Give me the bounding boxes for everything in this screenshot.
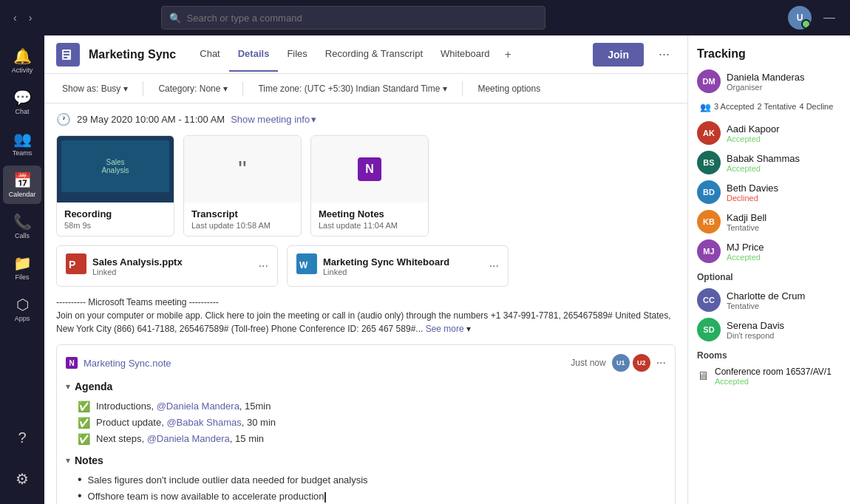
tab-recording[interactable]: Recording & Transcript — [316, 38, 432, 72]
more-options-button[interactable]: ··· — [653, 47, 676, 62]
search-input[interactable] — [187, 13, 537, 24]
attendee-avatar-cc: CC — [697, 288, 721, 312]
notes-header: N Marketing Sync.note Just now U1 U2 ··· — [66, 354, 666, 372]
wb-file-name: Marketing Sync Whiteboard — [323, 256, 483, 268]
wb-file-status: Linked — [323, 268, 483, 276]
transcript-card[interactable]: " Transcript Last update 10:58 AM — [183, 135, 302, 236]
meeting-link-section: ---------- Microsoft Teams meeting -----… — [56, 296, 676, 336]
whiteboard-file-card[interactable]: W Marketing Sync Whiteboard Linked ··· — [287, 245, 509, 287]
attendee-row: BD Beth Davies Declined — [697, 180, 841, 204]
room-icon: 🖥 — [697, 370, 709, 383]
organizer-avatar: DM — [697, 69, 721, 93]
room-info: Conference room 16537/AV/1 Accepted — [715, 367, 832, 386]
status-badge: Accepted — [727, 164, 800, 173]
optional-attendee-row: CC Charlotte de Crum Tentative — [697, 288, 841, 312]
ppt-file-name: Sales Analysis.pptx — [92, 256, 253, 268]
notes-chevron-icon: ▾ — [66, 455, 70, 466]
sidebar-item-help[interactable]: ? — [3, 418, 41, 457]
timezone-button[interactable]: Time zone: (UTC +5:30) Indian Standard T… — [252, 81, 453, 97]
sidebar-label-calls: Calls — [15, 232, 30, 239]
note-item-1: • Sales figures don't include outlier da… — [78, 472, 666, 488]
status-badge: Declined — [727, 194, 778, 202]
category-button[interactable]: Category: None ▾ — [152, 81, 234, 97]
agenda-header[interactable]: ▾ Agenda — [66, 381, 666, 392]
nav-forward-button[interactable]: › — [24, 9, 37, 27]
sidebar-item-calendar[interactable]: 📅 Calendar — [3, 166, 41, 204]
tab-details[interactable]: Details — [229, 38, 279, 72]
ppt-file-status: Linked — [92, 268, 253, 276]
search-icon: 🔍 — [169, 13, 181, 24]
notes-more-button[interactable]: ··· — [656, 356, 666, 370]
notes-timestamp: Just now — [571, 358, 605, 368]
declined-count: 4 Decline — [799, 102, 833, 112]
settings-icon: ⚙ — [16, 470, 29, 488]
show-meeting-info-button[interactable]: Show meeting info ▾ — [231, 114, 316, 125]
svg-rect-3 — [64, 57, 67, 58]
wb-more-button[interactable]: ··· — [489, 259, 499, 273]
notes-file-link[interactable]: Marketing Sync.note — [84, 358, 171, 369]
show-busy-button[interactable]: Show as: Busy ▾ — [56, 81, 134, 97]
sidebar-item-chat[interactable]: 💬 Chat — [3, 83, 41, 121]
sidebar-item-calls[interactable]: 📞 Calls — [3, 207, 41, 245]
top-bar-right: U — — [788, 6, 841, 30]
main-layout: 🔔 Activity 💬 Chat 👥 Teams 📅 Calendar 📞 C… — [0, 35, 850, 504]
mention-babak[interactable]: @Babak Shamas — [166, 417, 241, 428]
attendee-row: AK Aadi Kapoor Accepted — [697, 121, 841, 145]
mention-daniela[interactable]: @Daniela Mandera — [157, 401, 239, 412]
nav-back-button[interactable]: ‹ — [9, 9, 21, 27]
avatar[interactable]: U — [788, 6, 812, 30]
ppt-more-button[interactable]: ··· — [259, 259, 268, 273]
notes-card-info: Meeting Notes Last update 11:04 AM — [311, 202, 428, 236]
meeting-notes-card[interactable]: N Meeting Notes Last update 11:04 AM — [310, 135, 429, 236]
chevron-down-icon: ▾ — [311, 114, 316, 125]
attendee-avatar-mj: MJ — [697, 239, 721, 263]
sidebar-item-teams[interactable]: 👥 Teams — [3, 124, 41, 163]
recording-card[interactable]: SalesAnalysis ▶ Recording 58m 9s — [56, 135, 174, 236]
clock-icon: 🕐 — [56, 112, 71, 126]
calendar-icon: 📅 — [13, 171, 32, 189]
tab-files[interactable]: Files — [278, 38, 316, 72]
optional-attendee-list: CC Charlotte de Crum Tentative SD Serena… — [697, 288, 841, 341]
meeting-toolbar: Show as: Busy ▾ Category: None ▾ Time zo… — [44, 74, 687, 103]
join-button[interactable]: Join — [593, 43, 644, 67]
left-sidebar: 🔔 Activity 💬 Chat 👥 Teams 📅 Calendar 📞 C… — [0, 35, 44, 504]
sidebar-label-chat: Chat — [15, 108, 29, 115]
notes-thumbnail: N — [311, 136, 428, 202]
sidebar-item-activity[interactable]: 🔔 Activity — [3, 41, 41, 80]
notes-card-meta: Last update 11:04 AM — [319, 221, 421, 230]
room-name: Conference room 16537/AV/1 — [715, 367, 832, 377]
minimize-button[interactable]: — — [817, 11, 841, 24]
ppt-file-card[interactable]: P Sales Analysis.pptx Linked ··· — [56, 245, 278, 287]
notes-avatars: U1 U2 — [612, 354, 650, 372]
attendee-info-bs: Babak Shammas Accepted — [727, 153, 800, 173]
apps-icon: ⬡ — [16, 296, 29, 313]
attendee-info-cc: Charlotte de Crum Tentative — [727, 290, 805, 310]
see-more-chevron: ▾ — [466, 324, 471, 334]
notes-sub-title: Notes — [75, 454, 103, 466]
datetime-row: 🕐 29 May 2020 10:00 AM - 11:00 AM Show m… — [56, 112, 676, 126]
attendee-avatar-kb: KB — [697, 210, 721, 234]
sidebar-label-files: Files — [15, 273, 29, 281]
attendee-avatar-bd: BD — [697, 180, 721, 204]
see-more-button[interactable]: See more — [426, 324, 464, 334]
people-icon: 👥 — [700, 102, 711, 112]
notes-sub-header[interactable]: ▾ Notes — [66, 454, 666, 466]
agenda-item-2: ✅ Product update, @Babak Shamas, 30 min — [66, 415, 666, 431]
transcript-meta: Last update 10:58 AM — [191, 221, 293, 230]
sidebar-item-files[interactable]: 📁 Files — [3, 248, 41, 287]
ppt-file-icon: P — [66, 253, 86, 279]
sidebar-item-apps[interactable]: ⬡ Apps — [3, 290, 41, 328]
recording-preview: SalesAnalysis — [61, 140, 169, 192]
add-tab-button[interactable]: + — [499, 38, 517, 72]
meeting-options-button[interactable]: Meeting options — [472, 81, 546, 97]
tab-chat[interactable]: Chat — [191, 38, 228, 72]
transcript-title: Transcript — [191, 208, 293, 219]
tracking-title: Tracking — [697, 47, 841, 61]
attendee-avatar-sd: SD — [697, 318, 721, 341]
toolbar-separator — [143, 81, 143, 96]
tentative-count: 2 Tentative — [757, 102, 796, 112]
mention-daniela-2[interactable]: @Daniela Mandera — [147, 433, 230, 444]
activity-icon: 🔔 — [13, 47, 32, 65]
sidebar-item-settings[interactable]: ⚙ — [3, 460, 41, 498]
tab-whiteboard[interactable]: Whiteboard — [432, 38, 498, 72]
